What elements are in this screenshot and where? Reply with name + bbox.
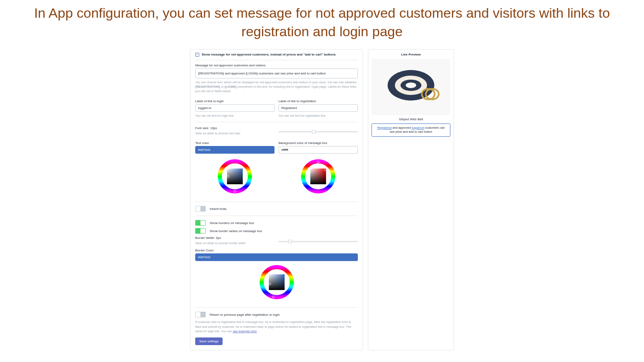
border-color-label: Border Color: (195, 249, 358, 252)
show-border-radius-toggle[interactable] (195, 228, 206, 234)
return-prev-help: If customer click to registration link i… (195, 320, 358, 333)
show-borders-label: Show borders on message box (210, 221, 254, 225)
svg-rect-2 (227, 169, 243, 184)
border-width-slider-thumb[interactable] (288, 240, 292, 243)
return-prev-toggle[interactable] (195, 312, 206, 317)
show-message-row: ✓ Show message for not approved customer… (195, 53, 358, 60)
preview-message-box: Registered and approved logged-in custom… (372, 123, 450, 137)
page-title: In App configuration, you can set messag… (0, 0, 644, 49)
preview-login-link[interactable]: logged-in (412, 126, 424, 130)
login-label-input[interactable] (195, 104, 275, 112)
settings-panel: ✓ Show message for not approved customer… (190, 49, 363, 350)
live-preview-title: Live Preview (372, 53, 450, 56)
return-prev-label: Return to previous page after registrati… (210, 313, 280, 317)
reg-label-field-label: Label of link to registration (279, 99, 358, 103)
bg-color-label: Background color of message box (279, 141, 358, 145)
login-label-help: You can set text for login link. (195, 113, 275, 118)
message-field-label: Message for not approved customers and v… (195, 64, 358, 67)
see-example-link[interactable]: see example here (233, 329, 257, 333)
border-color-input[interactable] (195, 253, 358, 261)
inherit-fonts-label: Inherit fonts (210, 207, 227, 211)
preview-reg-link[interactable]: Registered (377, 126, 392, 130)
text-color-wheel[interactable] (195, 155, 275, 197)
login-label-field-label: Label of link to login (195, 99, 275, 103)
inherit-fonts-toggle[interactable] (195, 206, 206, 212)
reg-label-input[interactable] (279, 104, 358, 112)
preview-product-name: Striped Web Belt (372, 117, 450, 121)
message-help: You can choose text, which will be displ… (195, 80, 358, 94)
show-message-label: Show message for not approved customers,… (202, 53, 336, 56)
bg-color-wheel[interactable] (279, 155, 358, 197)
border-width-help: Slide on slider to choose border width (195, 241, 275, 245)
preview-product-image (372, 59, 450, 115)
reg-label-help: You can set text for registration link. (279, 113, 358, 118)
border-width-slider[interactable] (279, 241, 358, 242)
border-color-wheel[interactable] (195, 261, 358, 303)
font-size-slider-thumb[interactable] (312, 130, 316, 134)
show-borders-toggle[interactable] (195, 220, 206, 226)
text-color-label: Text color (195, 141, 275, 145)
svg-point-18 (406, 82, 416, 88)
svg-rect-12 (268, 274, 284, 290)
show-message-checkbox[interactable]: ✓ (195, 53, 199, 57)
message-input[interactable] (195, 68, 358, 78)
bg-color-input[interactable] (279, 146, 358, 154)
font-size-label: Font size: 13px (195, 126, 275, 130)
font-size-help: Slide on slider to choose font size. (195, 131, 275, 136)
live-preview-panel: Live Preview Striped Web Belt Registered… (368, 49, 454, 350)
text-color-input[interactable] (195, 146, 275, 154)
border-width-label: Border Width: 2px (195, 236, 275, 240)
save-settings-button[interactable]: Save settings (195, 337, 223, 345)
layout: ✓ Show message for not approved customer… (0, 49, 644, 354)
svg-rect-7 (310, 169, 326, 184)
font-size-slider[interactable] (279, 131, 358, 132)
show-border-radius-label: Show border radius on message box (210, 229, 262, 233)
